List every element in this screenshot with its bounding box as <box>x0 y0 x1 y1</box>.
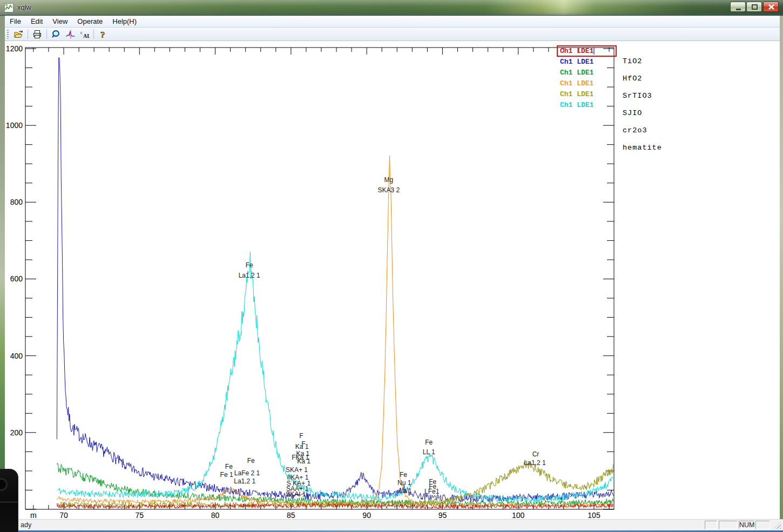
x-axis-label: 80 <box>211 511 220 519</box>
menu-edit[interactable]: Edit <box>26 16 48 26</box>
y-axis-label: 1200 <box>6 44 23 53</box>
peak-label: SKA+ 1 <box>286 466 308 474</box>
resize-grip[interactable] <box>774 522 781 529</box>
y-axis-label: 200 <box>10 428 23 437</box>
legend-item-1[interactable]: Ch1 LDE1 <box>557 57 619 68</box>
minimize-icon <box>731 2 746 12</box>
y-axis-label: 1000 <box>6 121 23 130</box>
trace-ch1-lde1-blue <box>57 58 613 502</box>
close-button[interactable] <box>763 2 779 12</box>
menu-view[interactable]: View <box>48 16 72 26</box>
x-axis-label: 85 <box>287 511 295 519</box>
spectrum-button[interactable] <box>63 28 77 40</box>
x-axis-label: 90 <box>362 511 371 519</box>
foreground-object-ring <box>0 478 8 491</box>
compound-sjio: SJIO <box>623 105 763 122</box>
legend-item-5[interactable]: Ch1 LDE1 <box>557 100 619 111</box>
printer-icon <box>32 30 43 39</box>
foreground-object <box>0 469 18 532</box>
peak-label: La1,2 1 <box>524 459 546 467</box>
window-title: xqlw <box>17 3 31 11</box>
legend-item-0[interactable]: Ch1 LDE1 <box>557 46 619 57</box>
menu-file[interactable]: File <box>5 16 26 26</box>
x-axis-label: 105 <box>588 511 600 519</box>
compound-cr2o3: cr2o3 <box>623 122 763 139</box>
maximize-button[interactable] <box>746 2 762 12</box>
menu-bar: File Edit View Operate Help(H) <box>5 16 780 28</box>
window-border-left <box>0 16 5 519</box>
peak-label: Ka 1 <box>297 457 310 465</box>
y-axis-label: 600 <box>10 274 23 283</box>
plot-legend: Ch1 LDE1 Ch1 LDE1 Ch1 LDE1 Ch1 LDE1 Ch1 … <box>557 46 619 111</box>
cal-icon: c AL <box>79 30 90 39</box>
peak-label: Fe 1 <box>220 471 233 479</box>
peak-label: LaFe 2 1 <box>234 469 260 477</box>
legend-item-2[interactable]: Ch1 LDE1 <box>557 68 619 78</box>
x-axis-label: 95 <box>438 511 447 519</box>
maximize-icon <box>747 2 762 12</box>
menu-operate[interactable]: Operate <box>72 16 107 26</box>
close-icon <box>764 2 779 12</box>
y-axis-label: 800 <box>10 198 23 206</box>
legend-item-3[interactable]: Ch1 LDE1 <box>557 78 619 89</box>
tool-bar: c AL ? <box>5 28 780 41</box>
zoom-button[interactable] <box>49 28 63 40</box>
toolbar-separator <box>28 29 28 39</box>
x-axis-label: 70 <box>59 511 68 519</box>
svg-text:c: c <box>80 30 83 35</box>
x-axis-unit: m <box>30 511 37 519</box>
minimize-button[interactable] <box>730 2 746 12</box>
compound-list: TiO2 HfO2 SrTIO3 SJIO cr2o3 hematite <box>623 53 763 157</box>
menu-help[interactable]: Help(H) <box>107 16 141 26</box>
toolbar-separator <box>46 29 47 39</box>
toolbar-separator <box>93 29 94 39</box>
open-button[interactable] <box>11 28 25 40</box>
trace-ch1-lde1-orange <box>57 156 613 507</box>
compound-tio2: TiO2 <box>623 53 763 70</box>
status-message: ady <box>21 521 31 529</box>
legend-item-4[interactable]: Ch1 LDE1 <box>557 89 619 100</box>
print-button[interactable] <box>30 28 44 40</box>
window-border-right <box>780 16 783 519</box>
x-axis-label: 100 <box>512 511 525 519</box>
status-pane-num: NUM <box>739 521 754 529</box>
trace-ch1-lde1-green <box>57 463 613 507</box>
magnifier-icon <box>51 30 62 39</box>
x-axis-label: 75 <box>135 511 144 519</box>
compound-hematite: hematite <box>623 139 763 157</box>
y-axis-label: 400 <box>10 352 23 360</box>
help-icon: ? <box>98 30 109 39</box>
status-pane-1 <box>705 521 717 529</box>
peak-curve-icon <box>65 30 76 39</box>
calibrate-button[interactable]: c AL <box>77 28 91 40</box>
status-pane-2 <box>719 521 738 529</box>
peak-label: Nu 1 <box>397 479 411 487</box>
peak-label: Ka 1 <box>295 443 309 450</box>
peak-label: SKAI 1 <box>286 490 306 498</box>
peak-label: Fe <box>400 471 407 479</box>
status-pane-3 <box>755 521 770 529</box>
plot-frame <box>25 48 614 509</box>
open-folder-icon <box>14 30 24 39</box>
help-button[interactable]: ? <box>96 28 110 40</box>
compound-srtio3: SrTIO3 <box>623 87 763 105</box>
status-bar: ady NUM <box>0 519 783 530</box>
svg-text:?: ? <box>100 30 105 39</box>
app-icon <box>4 3 14 12</box>
peak-label: La 1 <box>399 487 412 495</box>
peak-label: LFe1 <box>424 488 440 495</box>
peak-label: Fe <box>246 261 253 269</box>
peak-label: F <box>299 432 303 440</box>
peak-label: Fe <box>247 457 255 464</box>
peak-label: Mg <box>384 176 393 184</box>
peak-label: La1,2 1 <box>239 272 260 279</box>
foreground-object-line <box>0 502 18 502</box>
title-bar: xqlw <box>0 0 783 16</box>
trace-ch1-lde1-olive <box>57 461 613 508</box>
peak-label: Fe <box>425 439 433 446</box>
compound-hfo2: HfO2 <box>623 70 763 87</box>
peak-label: LL 1 <box>423 448 435 456</box>
toolbar-gripper[interactable] <box>7 30 9 39</box>
client-area: 20040060080010001200707580859095100105mM… <box>5 41 780 519</box>
peak-label: SKA3 2 <box>377 186 400 194</box>
